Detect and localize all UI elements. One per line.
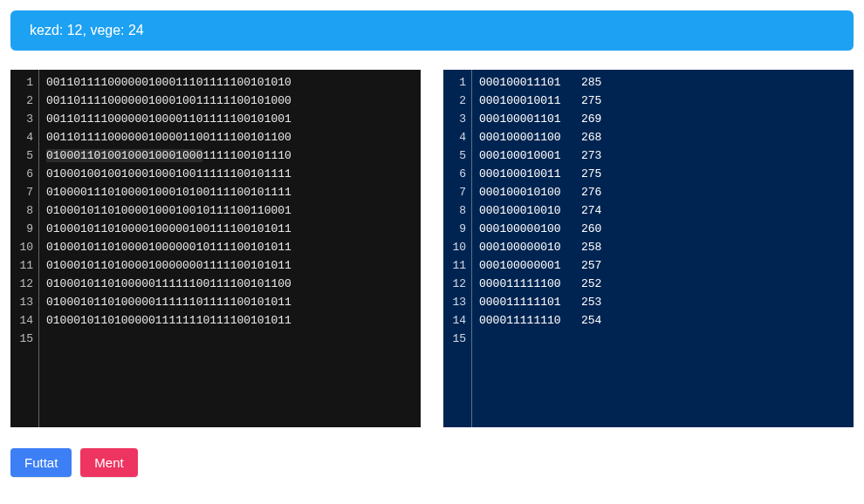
gutter-line-number: 13 xyxy=(449,293,466,311)
gutter-line-number: 10 xyxy=(449,238,466,256)
output-line[interactable]: 000100010010 274 xyxy=(479,201,848,220)
code-line[interactable]: 010000111010000100010100111100101111 xyxy=(46,183,415,201)
input-editor[interactable]: 123456789101112131415 001101111000000100… xyxy=(10,70,421,427)
output-line[interactable]: 000100010100 276 xyxy=(479,183,848,201)
gutter-line-number: 3 xyxy=(16,110,33,128)
gutter-line-number: 12 xyxy=(16,275,33,293)
code-line[interactable]: 010001101001000100010001111100101110 xyxy=(46,146,415,165)
output-line[interactable]: 000011111101 253 xyxy=(479,293,848,311)
output-line[interactable]: 000100010011 275 xyxy=(479,92,848,110)
gutter-line-number: 6 xyxy=(449,165,466,183)
gutter-line-number: 15 xyxy=(449,330,466,348)
gutter-line-number: 1 xyxy=(16,73,33,92)
run-button[interactable]: Futtat xyxy=(10,448,72,477)
gutter-line-number: 11 xyxy=(16,256,33,275)
code-line[interactable]: 001101111000000100001100111100101100 xyxy=(46,128,415,146)
output-line[interactable]: 000100001100 268 xyxy=(479,128,848,146)
gutter-line-number: 5 xyxy=(16,146,33,165)
gutter-line-number: 8 xyxy=(449,201,466,220)
output-line[interactable]: 000011111100 252 xyxy=(479,275,848,293)
gutter-line-number: 15 xyxy=(16,330,33,348)
code-line[interactable]: 010001011010000100000001111100101011 xyxy=(46,256,415,275)
gutter-line-number: 7 xyxy=(449,183,466,201)
gutter-line-number: 8 xyxy=(16,201,33,220)
input-editor-content[interactable]: 0011011110000001000111011111001010100011… xyxy=(38,70,421,427)
gutter-line-number: 12 xyxy=(449,275,466,293)
code-line[interactable]: 010001001001000100010011111100101111 xyxy=(46,165,415,183)
output-line[interactable]: 000011111110 254 xyxy=(479,311,848,330)
code-line[interactable]: 010001011010000011111110111100101011 xyxy=(46,311,415,330)
gutter-line-number: 14 xyxy=(449,311,466,330)
gutter-line-number: 7 xyxy=(16,183,33,201)
status-text: kezd: 12, vege: 24 xyxy=(30,23,144,37)
code-line[interactable]: 010001011010000011111101111100101011 xyxy=(46,293,415,311)
gutter-line-number: 4 xyxy=(16,128,33,146)
gutter-line-number: 3 xyxy=(449,110,466,128)
gutter-line-number: 2 xyxy=(16,92,33,110)
gutter-line-number: 13 xyxy=(16,293,33,311)
code-line[interactable]: 010001011010000100010010111100110001 xyxy=(46,201,415,220)
code-line[interactable]: 010001011010000100000010111100101011 xyxy=(46,238,415,256)
gutter-line-number: 10 xyxy=(16,238,33,256)
output-editor-content[interactable]: 000100011101 285000100010011 27500010000… xyxy=(471,70,854,427)
gutter-line-number: 5 xyxy=(449,146,466,165)
output-line[interactable] xyxy=(479,330,848,348)
status-alert: kezd: 12, vege: 24 xyxy=(10,10,854,51)
output-line[interactable]: 000100000100 260 xyxy=(479,220,848,238)
output-line[interactable]: 000100000001 257 xyxy=(479,256,848,275)
output-line[interactable]: 000100000010 258 xyxy=(479,238,848,256)
text-selection: 01000110100100010001000 xyxy=(46,149,202,162)
code-line[interactable]: 010001011010000100000100111100101011 xyxy=(46,220,415,238)
gutter-line-number: 1 xyxy=(449,73,466,92)
gutter-line-number: 9 xyxy=(449,220,466,238)
code-line[interactable] xyxy=(46,330,415,348)
output-line[interactable]: 000100010011 275 xyxy=(479,165,848,183)
gutter-line-number: 9 xyxy=(16,220,33,238)
code-line[interactable]: 001101111000000100010011111100101000 xyxy=(46,92,415,110)
output-line[interactable]: 000100011101 285 xyxy=(479,73,848,92)
gutter-line-number: 4 xyxy=(449,128,466,146)
code-line[interactable]: 001101111000000100011101111100101010 xyxy=(46,73,415,92)
save-button[interactable]: Ment xyxy=(80,448,137,477)
gutter-line-number: 14 xyxy=(16,311,33,330)
code-line[interactable]: 010001011010000011111100111100101100 xyxy=(46,275,415,293)
code-line[interactable]: 001101111000000100001101111100101001 xyxy=(46,110,415,128)
gutter-line-number: 11 xyxy=(449,256,466,275)
output-editor-gutter: 123456789101112131415 xyxy=(443,70,471,427)
output-line[interactable]: 000100001101 269 xyxy=(479,110,848,128)
output-editor[interactable]: 123456789101112131415 000100011101 28500… xyxy=(443,70,854,427)
gutter-line-number: 6 xyxy=(16,165,33,183)
output-line[interactable]: 000100010001 273 xyxy=(479,146,848,165)
input-editor-gutter: 123456789101112131415 xyxy=(10,70,38,427)
gutter-line-number: 2 xyxy=(449,92,466,110)
